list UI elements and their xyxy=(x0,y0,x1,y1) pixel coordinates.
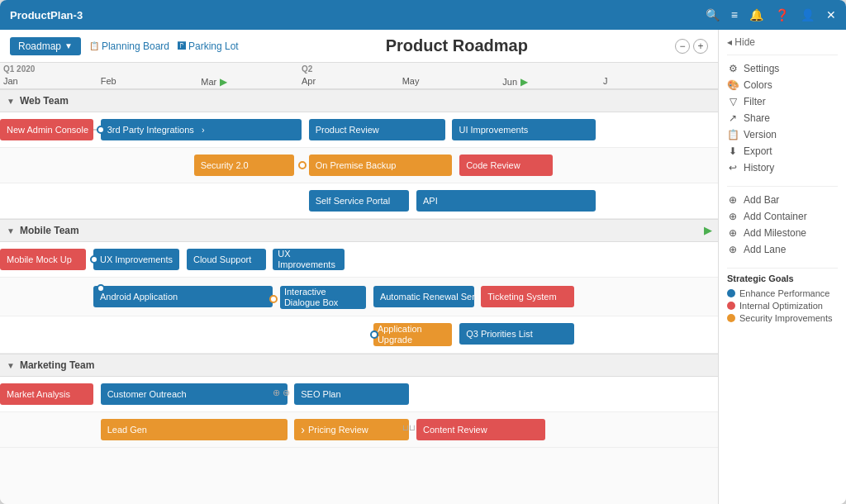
menu-icon[interactable]: ≡ xyxy=(731,8,738,21)
web-team-label: Web Team xyxy=(20,95,69,107)
month-jan: Jan xyxy=(0,76,101,88)
mobile-mockup-bar[interactable]: Mobile Mock Up xyxy=(0,249,86,270)
search-icon[interactable]: 🔍 xyxy=(706,8,720,21)
user-icon[interactable]: 👤 xyxy=(801,8,815,21)
legend-security: Security Improvements xyxy=(727,313,838,323)
web-row-2: Security 2.0 On Premise Backup Code Revi… xyxy=(0,148,718,183)
code-review-bar[interactable]: Code Review xyxy=(459,155,553,176)
settings-item[interactable]: ⚙ Settings xyxy=(727,60,838,77)
mobile-row-2: Android Application Interactive Dialogue… xyxy=(0,278,718,316)
milestone-5 xyxy=(269,295,278,303)
history-label: History xyxy=(744,162,774,174)
add-container-label: Add Container xyxy=(744,211,807,222)
web-row-3: Self Service Portal API xyxy=(0,183,718,219)
third-party-bar[interactable]: 3rd Party Integrations › xyxy=(101,119,302,140)
ux-improvements-2-bar[interactable]: UX Improvements xyxy=(273,249,345,270)
sidebar-hide[interactable]: ◂ Hide xyxy=(727,36,838,48)
bell-icon[interactable]: 🔔 xyxy=(749,8,763,21)
month-may: May xyxy=(402,76,503,88)
filter-item[interactable]: ▽ Filter xyxy=(727,93,838,110)
roadmap-area: Roadmap ▼ Planning Board Parking Lot Pro… xyxy=(0,30,718,504)
ui-improvements-bar[interactable]: UI Improvements xyxy=(452,119,596,140)
web-team-chevron: ▼ xyxy=(7,97,15,106)
month-jul: J xyxy=(603,76,718,88)
add-lane-icon: ⊕ xyxy=(727,244,739,255)
title-bar-icons: 🔍 ≡ 🔔 ❓ 👤 ✕ xyxy=(706,8,836,21)
auto-renewal-bar[interactable]: Automatic Renewal Service xyxy=(373,286,474,307)
close-icon[interactable]: ✕ xyxy=(826,8,836,21)
api-bar[interactable]: API xyxy=(416,190,596,212)
q3-priorities-bar[interactable]: Q3 Priorities List xyxy=(459,323,574,345)
roadmap-label: Roadmap xyxy=(18,40,61,52)
web-team-section: ▼ Web Team New Admin Console 3rd Party I… xyxy=(0,89,718,219)
sidebar-divider-1 xyxy=(727,55,838,55)
legend-dot-security xyxy=(727,314,735,322)
add-bar-item[interactable]: ⊕ Add Bar xyxy=(727,192,838,208)
android-app-bar[interactable]: Android Application xyxy=(93,286,273,307)
cloud-support-bar[interactable]: Cloud Support xyxy=(187,249,266,270)
filter-icon: ▽ xyxy=(727,96,739,107)
milestone-3 xyxy=(90,255,98,264)
page-title: Product Roadmap xyxy=(239,36,675,55)
app-upgrade-bar[interactable]: Application Upgrade xyxy=(373,323,453,346)
add-lane-item[interactable]: ⊕ Add Lane xyxy=(727,241,838,258)
parking-lot-link[interactable]: Parking Lot xyxy=(178,40,239,52)
month-mar: Mar ▶ xyxy=(201,76,302,88)
mobile-milestone-icon: ▶ xyxy=(704,225,711,236)
add-milestone-item[interactable]: ⊕ Add Milestone xyxy=(727,225,838,241)
mobile-team-section: ▼ Mobile Team ▶ Mobile Mock Up UX Improv… xyxy=(0,219,718,354)
export-item[interactable]: ⬇ Export xyxy=(727,143,838,159)
legend-enhance: Enhance Performance xyxy=(727,288,838,298)
strategic-goals-title: Strategic Goals xyxy=(727,273,838,283)
mobile-team-header[interactable]: ▼ Mobile Team ▶ xyxy=(0,219,718,242)
planning-board-link[interactable]: Planning Board xyxy=(89,40,169,52)
add-container-icon: ⊕ xyxy=(727,211,739,222)
share-item[interactable]: ↗ Share xyxy=(727,110,838,126)
pricing-review-bar[interactable]: › Pricing Review xyxy=(294,419,409,440)
colors-label: Colors xyxy=(744,79,772,91)
ux-improvements-bar[interactable]: UX Improvements xyxy=(93,249,179,270)
main-content: Roadmap ▼ Planning Board Parking Lot Pro… xyxy=(0,30,846,504)
web-team-header[interactable]: ▼ Web Team xyxy=(0,89,718,112)
self-service-bar[interactable]: Self Service Portal xyxy=(309,190,410,212)
mobile-team-chevron: ▼ xyxy=(7,226,15,235)
toolbar-left: Roadmap ▼ Planning Board Parking Lot xyxy=(10,37,239,55)
zoom-controls: − + xyxy=(675,39,708,54)
version-label: Version xyxy=(744,129,777,140)
history-item[interactable]: ↩ History xyxy=(727,159,838,176)
settings-icon: ⚙ xyxy=(727,63,739,74)
strategic-goals-section: Strategic Goals Enhance Performance Inte… xyxy=(727,273,838,323)
help-icon[interactable]: ❓ xyxy=(775,8,789,21)
interactive-dialogue-bar[interactable]: Interactive Dialogue Box xyxy=(280,286,366,309)
mobile-track-1: Mobile Mock Up UX Improvements Cloud Sup… xyxy=(0,245,718,274)
app-title: ProductPlan-3 xyxy=(10,9,83,21)
new-admin-console-bar[interactable]: New Admin Console xyxy=(0,119,93,140)
dropdown-arrow: ▼ xyxy=(64,41,73,50)
colors-item[interactable]: 🎨 Colors xyxy=(727,77,838,93)
lead-gen-bar[interactable]: Lead Gen xyxy=(101,419,288,440)
on-premise-backup-bar[interactable]: On Premise Backup xyxy=(309,155,453,176)
zoom-out-button[interactable]: − xyxy=(675,39,690,54)
marketing-milestone: ⊔⊔ xyxy=(402,423,416,432)
export-icon: ⬇ xyxy=(727,145,739,157)
marketing-team-label: Marketing Team xyxy=(20,359,94,371)
roadmap-button[interactable]: Roadmap ▼ xyxy=(10,37,81,55)
month-feb: Feb xyxy=(101,76,202,88)
milestone-6 xyxy=(370,330,378,339)
share-label: Share xyxy=(744,112,770,124)
marketing-team-header[interactable]: ▼ Marketing Team xyxy=(0,354,718,377)
security-bar[interactable]: Security 2.0 xyxy=(194,155,295,176)
market-analysis-bar[interactable]: Market Analysis xyxy=(0,383,93,405)
content-review-bar[interactable]: Content Review xyxy=(416,419,545,440)
marketing-row-2: Lead Gen › Pricing Review Content Review… xyxy=(0,412,718,448)
customer-outreach-bar[interactable]: Customer Outreach xyxy=(101,383,288,405)
seo-plan-bar[interactable]: SEO Plan xyxy=(294,383,409,405)
history-icon: ↩ xyxy=(727,162,739,174)
product-review-bar[interactable]: Product Review xyxy=(309,119,445,140)
sidebar-divider-3 xyxy=(727,268,838,269)
ticketing-bar[interactable]: Ticketing System xyxy=(481,286,574,307)
version-item[interactable]: 📋 Version xyxy=(727,126,838,143)
zoom-in-button[interactable]: + xyxy=(693,39,708,54)
add-container-item[interactable]: ⊕ Add Container xyxy=(727,208,838,225)
add-milestone-label: Add Milestone xyxy=(744,227,806,239)
